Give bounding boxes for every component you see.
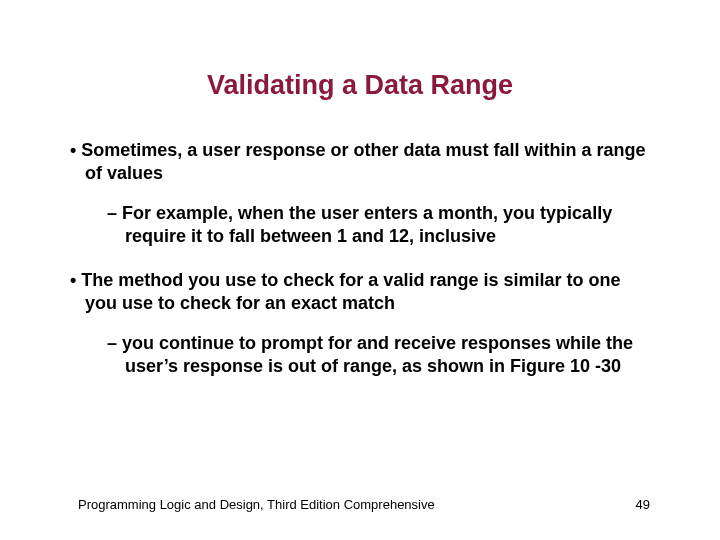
slide-title: Validating a Data Range — [70, 70, 650, 101]
bullet-level-1: The method you use to check for a valid … — [85, 269, 650, 314]
slide-container: Validating a Data Range Sometimes, a use… — [0, 0, 720, 540]
bullet-level-2: For example, when the user enters a mont… — [125, 202, 650, 247]
footer-source: Programming Logic and Design, Third Edit… — [78, 497, 435, 512]
slide-content: Sometimes, a user response or other data… — [70, 139, 650, 377]
page-number: 49 — [636, 497, 650, 512]
slide-footer: Programming Logic and Design, Third Edit… — [78, 497, 650, 512]
bullet-level-2: you continue to prompt for and receive r… — [125, 332, 650, 377]
bullet-level-1: Sometimes, a user response or other data… — [85, 139, 650, 184]
